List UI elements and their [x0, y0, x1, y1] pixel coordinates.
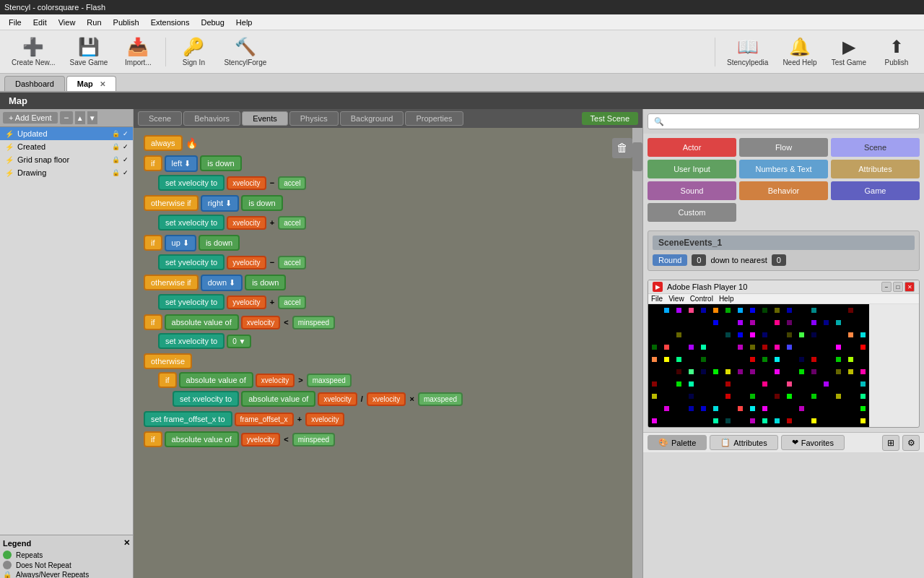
- palette-attributes[interactable]: Attributes: [831, 160, 920, 178]
- need-help-button[interactable]: 🔔 Need Help: [777, 34, 822, 69]
- legend-always-never: 🔒 Always/Never Repeats: [3, 571, 130, 578]
- down-event-button[interactable]: ▼: [87, 111, 97, 124]
- minus-event-button[interactable]: −: [60, 111, 73, 124]
- toolbar-separator-right: [715, 38, 715, 66]
- favorites-tab[interactable]: ❤ Favorites: [781, 435, 845, 450]
- tab-dashboard[interactable]: Dashboard: [4, 76, 65, 91]
- menu-item-publish[interactable]: Publish: [108, 17, 145, 28]
- tab-events[interactable]: Events: [242, 111, 288, 126]
- create-new-button[interactable]: ➕ Create New...: [6, 34, 61, 69]
- sign-in-button[interactable]: 🔑 Sign In: [172, 34, 215, 69]
- menu-item-extensions[interactable]: Extensions: [145, 17, 196, 28]
- stencylforge-button[interactable]: 🔨 StencylForge: [218, 34, 272, 69]
- fp-minimize-button[interactable]: −: [881, 282, 892, 292]
- round-val1[interactable]: 0: [692, 254, 706, 266]
- page-title: Map: [0, 92, 924, 109]
- tab-background[interactable]: Background: [340, 111, 404, 126]
- right-select[interactable]: right ⬇: [201, 195, 239, 212]
- palette-actor[interactable]: Actor: [648, 138, 736, 157]
- test-scene-button[interactable]: Test Scene: [582, 112, 638, 125]
- save-game-label: Save Game: [70, 59, 108, 66]
- color-cell: [796, 341, 808, 353]
- color-cell: [648, 366, 661, 378]
- menu-item-help[interactable]: Help: [230, 17, 258, 28]
- vertical-scrollbar[interactable]: [632, 128, 642, 578]
- menu-item-view[interactable]: View: [53, 17, 82, 28]
- event-item-created[interactable]: ⚡ Created 🔒 ✓: [0, 140, 133, 153]
- color-cell: [771, 402, 783, 415]
- test-game-button[interactable]: ▶ Test Game: [826, 34, 872, 69]
- xvelocity-var1: xvelocity: [227, 176, 266, 190]
- left-select[interactable]: left ⬇: [165, 155, 199, 172]
- color-cell: [759, 316, 771, 329]
- color-cell: [661, 390, 673, 402]
- publish-button[interactable]: ⬆ Publish: [875, 34, 918, 69]
- zero-num-block[interactable]: 0 ▼: [227, 335, 251, 348]
- delete-icon[interactable]: 🗑: [612, 138, 632, 158]
- xvelocity-var3: xvelocity: [241, 316, 280, 329]
- color-cell: [697, 341, 710, 353]
- color-cell: [857, 329, 869, 341]
- scrollbar-thumb[interactable]: [632, 142, 642, 171]
- color-cell: [796, 316, 808, 329]
- fp-maximize-button[interactable]: □: [893, 282, 903, 292]
- menu-item-debug[interactable]: Debug: [195, 17, 230, 28]
- palette-behavior[interactable]: Behavior: [739, 181, 828, 200]
- fp-close-button[interactable]: ✕: [905, 282, 915, 292]
- import-button[interactable]: 📥 Import...: [116, 34, 160, 69]
- event-item-drawing[interactable]: ⚡ Drawing 🔒 ✓: [0, 166, 133, 179]
- menu-item-edit[interactable]: Edit: [27, 17, 53, 28]
- color-cell: [685, 329, 697, 341]
- tab-properties[interactable]: Properties: [405, 111, 463, 126]
- frame-offset-var: frame_offset_x: [235, 413, 294, 426]
- xvelocity-var4: xvelocity: [256, 374, 295, 387]
- close-map-tab[interactable]: ✕: [100, 80, 105, 88]
- tab-physics[interactable]: Physics: [289, 111, 339, 126]
- color-cell: [722, 427, 734, 428]
- stencylpedia-button[interactable]: 📖 Stencylpedia: [721, 34, 774, 69]
- color-cell: [648, 378, 661, 390]
- need-help-label: Need Help: [783, 59, 816, 66]
- palette-scene[interactable]: Scene: [831, 138, 920, 157]
- otherwise-if-block2: otherwise if: [144, 275, 199, 290]
- canvas-area[interactable]: 🗑 always 🔥 if left ⬇ is down: [134, 128, 642, 578]
- color-cell: [673, 353, 685, 366]
- palette-flow[interactable]: Flow: [739, 138, 828, 157]
- search-input[interactable]: [648, 113, 920, 129]
- event-item-updated[interactable]: ⚡ Updated 🔒 ✓: [0, 127, 133, 140]
- palette-game[interactable]: Game: [831, 181, 920, 200]
- fp-menu-control[interactable]: Control: [690, 295, 713, 303]
- palette-tab-icon: 🎨: [658, 438, 668, 447]
- menu-item-file[interactable]: File: [3, 17, 27, 28]
- tab-scene[interactable]: Scene: [138, 111, 182, 126]
- palette-sound[interactable]: Sound: [648, 181, 736, 200]
- fp-menu-file[interactable]: File: [651, 295, 663, 303]
- tab-behaviors[interactable]: Behaviors: [183, 111, 240, 126]
- grid-view-button[interactable]: ⊞: [882, 435, 899, 451]
- color-cell: [832, 329, 845, 341]
- save-game-button[interactable]: 💾 Save Game: [64, 34, 114, 69]
- add-event-button[interactable]: + Add Event: [3, 112, 58, 124]
- down-select[interactable]: down ⬇: [201, 275, 243, 291]
- if-left-row: if left ⬇ is down: [144, 155, 628, 172]
- settings-button[interactable]: ⚙: [902, 435, 920, 451]
- palette-numbers-text[interactable]: Numbers & Text: [739, 160, 828, 178]
- color-cell: [771, 378, 783, 390]
- legend-close-icon[interactable]: ✕: [123, 538, 130, 548]
- palette-tab[interactable]: 🎨 Palette: [648, 435, 707, 450]
- color-cell: [808, 353, 820, 366]
- palette-custom[interactable]: Custom: [648, 203, 736, 222]
- up-event-button[interactable]: ▲: [75, 111, 85, 124]
- flash-player-canvas: [648, 304, 869, 427]
- event-item-grid-snap[interactable]: ⚡ Grid snap floor 🔒 ✓: [0, 153, 133, 166]
- round-val2[interactable]: 0: [772, 254, 786, 266]
- menu-item-run[interactable]: Run: [81, 17, 107, 28]
- palette-user-input[interactable]: User Input: [648, 160, 736, 178]
- if-up-row: if up ⬇ is down: [144, 235, 628, 251]
- fp-menu-view[interactable]: View: [668, 295, 684, 303]
- color-cell: [820, 329, 832, 341]
- attributes-tab[interactable]: 📋 Attributes: [710, 435, 777, 450]
- tab-map[interactable]: Map ✕: [66, 76, 116, 91]
- fp-menu-help[interactable]: Help: [719, 295, 734, 303]
- up-select[interactable]: up ⬇: [165, 235, 196, 251]
